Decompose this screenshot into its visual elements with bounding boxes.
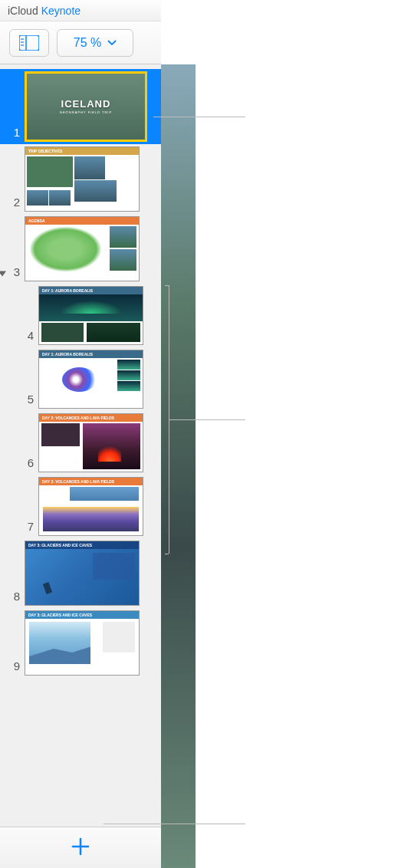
slide-row-6[interactable]: 6DAY 2: VOLCANOES AND LAVA FIELDS xyxy=(0,411,161,475)
slide-thumbnail[interactable]: DAY 1: AURORA BOREALIS xyxy=(38,286,143,345)
zoom-value-label: 75 % xyxy=(74,36,101,50)
slide-row-4[interactable]: 4DAY 1: AURORA BOREALIS xyxy=(0,284,161,347)
slide-header: AGENDA xyxy=(25,217,139,225)
slide-row-2[interactable]: 2TRIP OBJECTIVES xyxy=(0,144,161,214)
slide-header: DAY 1: AURORA BOREALIS xyxy=(39,350,143,358)
slide-number-label: 5 xyxy=(28,393,34,406)
toolbar: 75 % xyxy=(0,21,161,64)
canvas-peek xyxy=(161,64,196,868)
callout-line xyxy=(169,419,245,420)
slides-list[interactable]: 1 ICELAND GEOGRAPHY FIELD TRIP 2TRIP OBJ… xyxy=(0,64,161,827)
slide-number-label: 8 xyxy=(14,590,20,603)
slide-thumbnail[interactable]: AGENDA xyxy=(25,216,140,281)
slide-thumbnail[interactable]: DAY 3: GLACIERS AND ICE CAVES xyxy=(25,610,140,676)
slide-subtitle: GEOGRAPHY FIELD TRIP xyxy=(60,110,112,114)
slide-header: DAY 3: GLACIERS AND ICE CAVES xyxy=(25,611,139,619)
slide-header: DAY 3: GLACIERS AND ICE CAVES xyxy=(25,541,139,549)
slide-row-7[interactable]: 7DAY 2: VOLCANOES AND LAVA FIELDS xyxy=(0,475,161,538)
slide-thumbnail[interactable]: DAY 3: GLACIERS AND ICE CAVES xyxy=(25,541,140,606)
slide-gutter: 4 xyxy=(14,329,38,345)
slide-thumbnail[interactable]: TRIP OBJECTIVES xyxy=(25,146,140,212)
slide-number-label: 6 xyxy=(28,456,34,469)
slide-number-label: 3 xyxy=(14,265,20,278)
slide-gutter: 9 xyxy=(0,659,25,676)
slide-header: TRIP OBJECTIVES xyxy=(25,147,139,155)
disclosure-triangle-icon[interactable] xyxy=(0,271,6,276)
slide-gutter: 1 xyxy=(0,126,25,142)
slide-thumbnail[interactable]: ICELAND GEOGRAPHY FIELD TRIP xyxy=(25,71,147,142)
slides-spacer xyxy=(0,678,161,724)
slide-thumbnail[interactable]: DAY 2: VOLCANOES AND LAVA FIELDS xyxy=(38,413,143,472)
slide-gutter: 2 xyxy=(0,196,25,212)
slide-row-9[interactable]: 9DAY 3: GLACIERS AND ICE CAVES xyxy=(0,608,161,678)
slide-gutter: 7 xyxy=(14,520,38,536)
bottom-bar xyxy=(0,827,161,868)
plus-icon xyxy=(70,836,91,857)
slide-header: DAY 1: AURORA BOREALIS xyxy=(39,287,143,294)
slide-row-3[interactable]: 3AGENDA xyxy=(0,214,161,284)
icloud-label: iCloud xyxy=(8,5,38,17)
slide-number-label: 1 xyxy=(14,126,20,139)
slide-title: ICELAND xyxy=(61,99,111,110)
slide-thumbnail[interactable]: DAY 1: AURORA BOREALIS xyxy=(38,350,143,409)
callout-line xyxy=(165,554,169,554)
slide-number-label: 9 xyxy=(14,659,20,672)
chevron-down-icon xyxy=(107,40,117,46)
slide-header: DAY 2: VOLCANOES AND LAVA FIELDS xyxy=(39,414,143,422)
slide-row-1[interactable]: 1 ICELAND GEOGRAPHY FIELD TRIP xyxy=(0,69,161,144)
slide-number-label: 7 xyxy=(28,520,34,533)
zoom-level-button[interactable]: 75 % xyxy=(57,29,133,57)
callout-line xyxy=(165,285,169,286)
slide-number-label: 4 xyxy=(28,329,34,342)
slide-gutter: 3 xyxy=(0,265,25,281)
slide-row-8[interactable]: 8DAY 3: GLACIERS AND ICE CAVES xyxy=(0,538,161,608)
callout-line xyxy=(153,117,245,117)
slide-row-5[interactable]: 5DAY 1: AURORA BOREALIS xyxy=(0,347,161,411)
callout-line xyxy=(104,824,245,824)
slide-header: DAY 2: VOLCANOES AND LAVA FIELDS xyxy=(39,478,143,485)
navigator-icon xyxy=(19,35,39,51)
view-mode-button[interactable] xyxy=(9,29,49,57)
slide-navigator-panel: iCloud Keynote 75 % 1 ICELAND GEOGRAPHY … xyxy=(0,0,161,868)
title-bar: iCloud Keynote xyxy=(0,0,161,21)
app-name-label: Keynote xyxy=(41,5,81,17)
add-slide-button[interactable] xyxy=(64,830,97,866)
slide-gutter: 5 xyxy=(14,393,38,409)
slide-gutter: 6 xyxy=(14,456,38,472)
slide-gutter: 8 xyxy=(0,590,25,606)
slide-thumbnail[interactable]: DAY 2: VOLCANOES AND LAVA FIELDS xyxy=(38,477,143,536)
svg-rect-0 xyxy=(19,35,39,51)
slide-number-label: 2 xyxy=(14,196,20,209)
